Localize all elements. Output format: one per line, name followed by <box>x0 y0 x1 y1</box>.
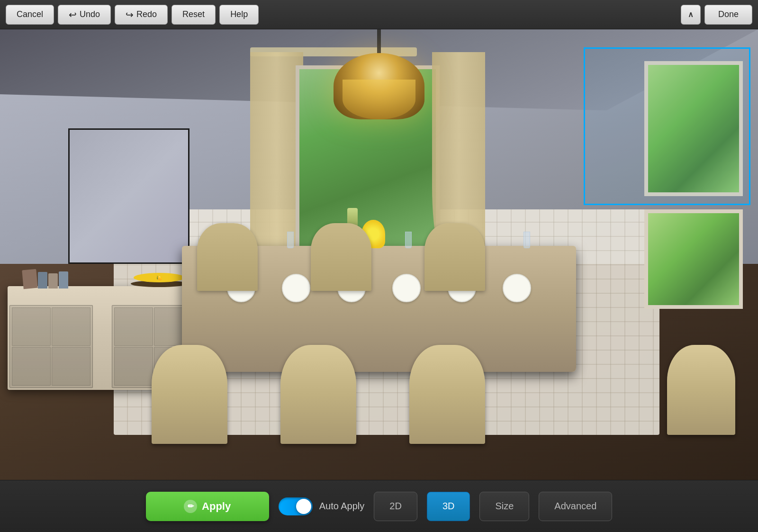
size-button[interactable]: Size <box>479 492 529 521</box>
chair-back-right <box>424 223 485 291</box>
top-toolbar: Cancel ↩ Undo ↪ Redo Reset Help ∧ Done <box>0 0 758 29</box>
help-button[interactable]: Help <box>219 5 259 25</box>
chandelier-body <box>334 53 424 119</box>
chair-front-center <box>280 345 356 444</box>
cancel-button[interactable]: Cancel <box>6 5 54 25</box>
apply-label: Apply <box>202 500 231 513</box>
chair-front-right <box>409 345 485 444</box>
cancel-label: Cancel <box>17 9 43 19</box>
done-label: Done <box>718 9 739 19</box>
redo-icon: ↪ <box>126 9 134 20</box>
advanced-button[interactable]: Advanced <box>539 492 612 521</box>
undo-button[interactable]: ↩ Undo <box>58 5 111 25</box>
view-2d-button[interactable]: 2D <box>374 492 417 521</box>
view-2d-label: 2D <box>389 501 402 511</box>
reset-label: Reset <box>182 9 205 19</box>
done-button[interactable]: Done <box>704 5 752 25</box>
redo-button[interactable]: ↪ Redo <box>115 5 168 25</box>
wall-art-frame <box>68 128 190 263</box>
auto-apply-label: Auto Apply <box>319 501 365 512</box>
bottom-toolbar: ✏ Apply Auto Apply 2D 3D Size Advanced <box>0 480 758 532</box>
chair-front-left <box>152 345 227 444</box>
selection-rectangle <box>584 47 750 205</box>
chair-back-center <box>311 223 371 291</box>
chair-back-left <box>197 223 258 291</box>
collapse-button[interactable]: ∧ <box>681 5 701 25</box>
undo-label: Undo <box>80 9 100 19</box>
view-3d-label: 3D <box>442 501 455 511</box>
undo-icon: ↩ <box>69 9 77 20</box>
apply-button[interactable]: ✏ Apply <box>146 492 269 521</box>
auto-apply-group: Auto Apply <box>279 497 365 515</box>
reset-button[interactable]: Reset <box>171 5 216 25</box>
advanced-label: Advanced <box>554 501 596 511</box>
apply-icon: ✏ <box>184 500 197 513</box>
right-window-bottom <box>644 209 743 308</box>
auto-apply-toggle[interactable] <box>279 497 313 515</box>
chandelier-chain <box>377 29 381 53</box>
chair-far-right <box>667 345 735 435</box>
help-label: Help <box>230 9 248 19</box>
toggle-knob <box>296 499 311 514</box>
chandelier <box>334 29 424 119</box>
size-label: Size <box>495 501 514 511</box>
view-3d-button[interactable]: 3D <box>427 492 470 521</box>
paintbrush-icon: ✏ <box>188 502 194 511</box>
chevron-up-icon: ∧ <box>688 10 694 19</box>
scene-viewport[interactable]: 🍋 <box>0 29 758 480</box>
redo-label: Redo <box>136 9 157 19</box>
room-background: 🍋 <box>0 29 758 480</box>
